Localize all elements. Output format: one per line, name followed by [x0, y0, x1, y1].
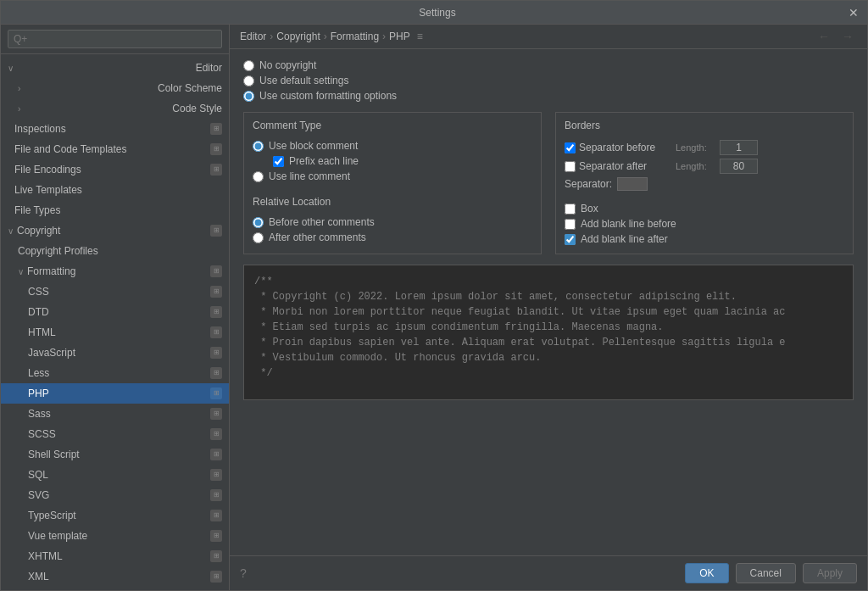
- sidebar-item-css[interactable]: CSS ⊞: [1, 282, 229, 302]
- settings-icon: ⊞: [210, 164, 222, 176]
- length-label: Length:: [676, 142, 716, 153]
- sidebar-item-sql[interactable]: SQL ⊞: [1, 465, 229, 485]
- blank-before-label[interactable]: Add blank line before: [581, 218, 676, 230]
- code-preview: /** * Copyright (c) 2022. Lorem ipsum do…: [243, 265, 854, 400]
- breadcrumb-php: PHP: [389, 31, 410, 42]
- sidebar-item-file-types[interactable]: File Types: [1, 200, 229, 220]
- sidebar-item-less[interactable]: Less ⊞: [1, 363, 229, 383]
- use-line-label[interactable]: Use line comment: [269, 170, 350, 182]
- search-input[interactable]: [8, 30, 222, 48]
- sidebar-item-formatting[interactable]: ∨ Formatting ⊞: [1, 261, 229, 282]
- sidebar-item-sass[interactable]: Sass ⊞: [1, 404, 229, 424]
- sidebar-item-editor[interactable]: ∨ Editor: [1, 58, 229, 78]
- separator-before-length-input[interactable]: [720, 140, 758, 155]
- blank-after-row: Add blank line after: [565, 231, 844, 247]
- separator-before-checkbox[interactable]: [565, 142, 576, 153]
- sidebar-item-javascript[interactable]: JavaScript ⊞: [1, 343, 229, 363]
- sidebar-item-label: Less: [28, 365, 49, 381]
- breadcrumb-bar: Editor › Copyright › Formatting › PHP ≡ …: [230, 25, 867, 49]
- blank-after-checkbox[interactable]: [565, 234, 576, 245]
- expand-arrow: ∨: [8, 62, 14, 75]
- sidebar-item-code-style[interactable]: › Code Style: [1, 98, 229, 119]
- sidebar-item-live-templates[interactable]: Live Templates: [1, 180, 229, 200]
- separator-before-label[interactable]: Separator before: [579, 142, 672, 153]
- radio-no-copyright: No copyright: [243, 58, 854, 73]
- expand-arrow: ∨: [8, 225, 14, 237]
- dialog-title: Settings: [26, 7, 849, 19]
- separator-after-label[interactable]: Separator after: [579, 160, 672, 172]
- prefix-each-checkbox[interactable]: [273, 156, 284, 167]
- blank-after-label[interactable]: Add blank line after: [581, 233, 668, 245]
- before-other-label[interactable]: Before other comments: [269, 216, 375, 228]
- sidebar-item-file-code-templates[interactable]: File and Code Templates ⊞: [1, 139, 229, 159]
- sidebar-item-svg[interactable]: SVG ⊞: [1, 485, 229, 505]
- settings-icon: ⊞: [210, 123, 222, 135]
- cancel-button[interactable]: Cancel: [736, 563, 796, 583]
- sidebar-item-label: Editor: [196, 60, 222, 75]
- sidebar-item-xhtml[interactable]: XHTML ⊞: [1, 546, 229, 566]
- sidebar-item-php[interactable]: PHP ⊞: [1, 383, 229, 404]
- sidebar-item-html[interactable]: HTML ⊞: [1, 322, 229, 343]
- settings-icon: ⊞: [210, 326, 222, 338]
- sidebar-item-label: HTML: [28, 325, 56, 340]
- sidebar-item-vue-template[interactable]: Vue template ⊞: [1, 526, 229, 546]
- sidebar-item-xml[interactable]: XML ⊞: [1, 566, 229, 587]
- sidebar-item-label: Copyright: [17, 223, 60, 238]
- settings-icon: ⊞: [210, 489, 222, 501]
- after-other-label[interactable]: After other comments: [269, 231, 366, 243]
- ok-button[interactable]: OK: [685, 563, 728, 583]
- sidebar-item-label: SCSS: [28, 427, 56, 442]
- use-custom-radio[interactable]: [243, 91, 254, 102]
- sidebar-item-label: XHTML: [28, 549, 63, 564]
- use-block-radio[interactable]: [253, 141, 264, 152]
- use-default-radio[interactable]: [243, 75, 254, 86]
- sidebar-item-typescript[interactable]: TypeScript ⊞: [1, 505, 229, 526]
- close-button[interactable]: ✕: [849, 6, 859, 20]
- dialog-footer: ? OK Cancel Apply: [230, 555, 867, 590]
- before-other-radio[interactable]: [253, 217, 264, 228]
- sidebar-item-copyright[interactable]: ∨ Copyright ⊞: [1, 220, 229, 241]
- title-bar: Settings ✕: [1, 1, 867, 25]
- breadcrumb-menu-icon[interactable]: ≡: [417, 31, 423, 42]
- box-checkbox[interactable]: [565, 204, 576, 215]
- sidebar-item-label: Sass: [28, 406, 51, 421]
- no-copyright-radio[interactable]: [243, 60, 254, 71]
- settings-icon: ⊞: [210, 408, 222, 420]
- sidebar-item-dtd[interactable]: DTD ⊞: [1, 302, 229, 322]
- separator-char-box[interactable]: [617, 177, 648, 191]
- sidebar-item-copyright-profiles[interactable]: Copyright Profiles: [1, 241, 229, 261]
- radio-after-other: After other comments: [253, 230, 532, 245]
- sidebar-item-label: Color Scheme: [158, 81, 222, 96]
- use-block-label[interactable]: Use block comment: [269, 140, 358, 152]
- apply-button[interactable]: Apply: [803, 563, 857, 583]
- use-default-label[interactable]: Use default settings: [259, 75, 348, 86]
- nav-arrows: ← →: [815, 30, 857, 43]
- sidebar-item-color-scheme[interactable]: › Color Scheme: [1, 78, 229, 98]
- sidebar-item-label: DTD: [28, 304, 49, 320]
- sidebar-item-scss[interactable]: SCSS ⊞: [1, 424, 229, 444]
- use-line-radio[interactable]: [253, 171, 264, 182]
- help-button[interactable]: ?: [240, 566, 247, 580]
- box-label[interactable]: Box: [581, 203, 598, 215]
- sidebar-item-label: Shell Script: [28, 447, 80, 462]
- footer-buttons: OK Cancel Apply: [685, 563, 857, 583]
- sidebar-item-shell-script[interactable]: Shell Script ⊞: [1, 444, 229, 465]
- separator-after-length-input[interactable]: [720, 159, 758, 174]
- radio-use-block: Use block comment: [253, 138, 532, 153]
- settings-icon: ⊞: [210, 306, 222, 318]
- expand-arrow: ∨: [18, 265, 24, 278]
- borders-title: Borders: [565, 120, 844, 131]
- separator-after-checkbox[interactable]: [565, 161, 576, 172]
- blank-before-checkbox[interactable]: [565, 219, 576, 230]
- sidebar-item-inspections[interactable]: Inspections ⊞: [1, 119, 229, 139]
- sidebar-item-file-encodings[interactable]: File Encodings ⊞: [1, 159, 229, 180]
- settings-icon: ⊞: [210, 550, 222, 562]
- use-custom-label[interactable]: Use custom formatting options: [259, 90, 397, 102]
- length-label2: Length:: [676, 161, 716, 171]
- nav-forward-button[interactable]: →: [838, 30, 857, 43]
- sidebar: ∨ Editor › Color Scheme › Code Style Ins…: [1, 25, 230, 590]
- nav-back-button[interactable]: ←: [815, 30, 833, 43]
- after-other-radio[interactable]: [253, 232, 264, 243]
- no-copyright-label[interactable]: No copyright: [259, 59, 316, 71]
- prefix-each-label[interactable]: Prefix each line: [289, 155, 359, 167]
